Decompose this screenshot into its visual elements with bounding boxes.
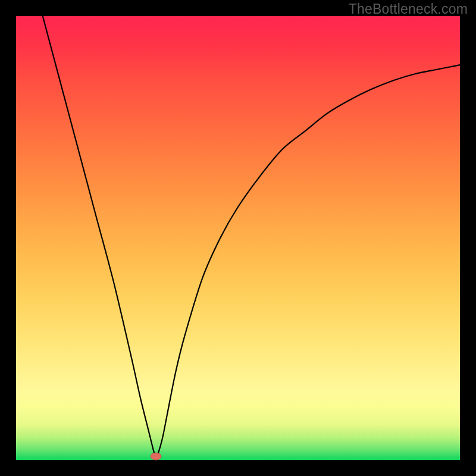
chart-frame: TheBottleneck.com <box>0 0 476 476</box>
bottleneck-curve <box>43 16 460 456</box>
optimum-marker <box>151 453 161 460</box>
curve-svg <box>16 16 460 460</box>
plot-area <box>16 16 460 460</box>
watermark-text: TheBottleneck.com <box>349 1 468 17</box>
